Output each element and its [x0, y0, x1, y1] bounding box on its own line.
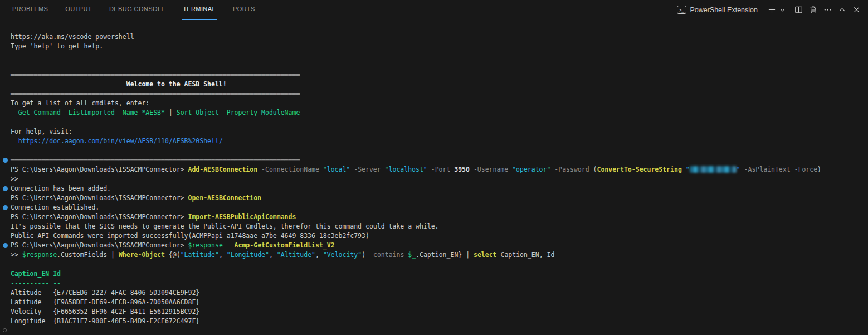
terminal-text: "Velocity" [323, 251, 362, 259]
more-actions-button[interactable] [821, 4, 833, 16]
terminal-line: Welcome to the AESB Shell! [11, 80, 868, 89]
close-panel-button[interactable] [850, 4, 862, 16]
terminal-text: Velocity {F6656352-BF96-4C2F-B411-E56129… [11, 308, 199, 315]
split-terminal-button[interactable] [792, 4, 804, 16]
terminal-line: To get a list of all cmdlets, enter: [11, 99, 868, 108]
terminal-line: Connection has been added. [11, 184, 868, 193]
command-decoration-icon[interactable] [3, 205, 8, 210]
chevron-up-icon [838, 6, 846, 13]
terminal-text: >> [11, 175, 18, 183]
terminal-text: ════════════════════════════════════════… [11, 156, 300, 164]
split-pane-icon [794, 6, 803, 14]
terminal-line [11, 260, 868, 269]
terminal-text: It's possible that the SICS needs to gen… [11, 222, 439, 230]
terminal-content[interactable]: https://aka.ms/vscode-powershellType 'he… [0, 20, 868, 335]
command-decoration-icon[interactable] [3, 243, 8, 248]
plus-icon [768, 6, 776, 14]
terminal-text: -ConnectionName [257, 166, 323, 173]
terminal-text: , [315, 251, 323, 259]
terminal-text: Public API Commands were imported succes… [11, 232, 369, 240]
terminal-line: For help, visit: [11, 127, 868, 137]
kill-terminal-button[interactable] [807, 4, 819, 16]
terminal-text: $response [22, 251, 57, 259]
terminal-link[interactable]: https://doc.aagon.com/bin/view/AESB/110/… [18, 137, 223, 145]
terminal-line: >> [11, 174, 868, 184]
terminal-text: , [269, 251, 277, 259]
terminal-text: -contains [369, 251, 404, 259]
command-decoration-icon[interactable] [3, 158, 8, 163]
terminal-text: , [219, 251, 227, 259]
terminal-line [11, 61, 868, 70]
tab-terminal[interactable]: TERMINAL [182, 0, 217, 20]
new-terminal-button[interactable] [765, 4, 778, 16]
terminal-text: ════════════════════════════════════════… [11, 71, 300, 79]
prompt-decoration-icon[interactable] [3, 328, 7, 332]
terminal-line: PS C:\Users\Aagon\Downloads\ISSACMPConne… [11, 241, 868, 250]
terminal-line: Connection established. [11, 203, 868, 212]
tab-ports[interactable]: PORTS [232, 0, 256, 20]
terminal-text: " [737, 166, 740, 173]
terminal-text: "Longitude" [227, 251, 269, 259]
terminal-text: "Altitude" [277, 251, 315, 259]
terminal-text: Latitude {F9A58DFF-DF69-4ECB-896A-7D050A… [11, 298, 199, 306]
terminal-line: https://aka.ms/vscode-powershell [11, 32, 868, 42]
terminal-text: "Latitude" [181, 251, 219, 259]
terminal-text: {@( [165, 251, 181, 259]
terminal-text: Open-AESBConnection [188, 194, 262, 202]
terminal-text: -Port [427, 166, 454, 173]
terminal-text: ConvertTo-SecureString [597, 166, 681, 173]
table-header-underline: ---------- -- [11, 279, 868, 288]
terminal-text: PS C:\Users\Aagon\Downloads\ISSACMPConne… [11, 241, 188, 249]
terminal-text: "operator" [512, 166, 550, 173]
terminal-text: ---------- -- [11, 279, 61, 287]
table-row: Velocity {F6656352-BF96-4C2F-B411-E56129… [11, 307, 868, 317]
terminal-line [11, 146, 868, 156]
terminal-text: -Server [350, 166, 384, 173]
terminal-line [11, 326, 868, 335]
terminal-text: To get a list of all cmdlets, enter: [11, 99, 149, 107]
terminal-text: Type 'help' to get help. [11, 42, 103, 50]
terminal-text [11, 137, 18, 145]
terminal-profile-selector[interactable]: >_ PowerShell Extension [677, 6, 758, 14]
tab-debug-console[interactable]: DEBUG CONSOLE [108, 0, 167, 20]
tab-problems[interactable]: PROBLEMS [11, 0, 49, 20]
terminal-line: Type 'help' to get help. [11, 42, 868, 51]
terminal-text: | [165, 109, 177, 116]
ellipsis-icon [823, 6, 832, 14]
terminal-text: "local" [323, 166, 350, 173]
terminal-line: Get-Command -ListImported -Name *AESB* |… [11, 108, 868, 118]
terminal-text: -AsPlainText -Force [740, 166, 817, 173]
terminal-text: Longitude {B1AC71F7-900E-40F5-B4D9-F2CE6… [11, 317, 199, 325]
password-redacted [690, 166, 737, 173]
maximize-panel-button[interactable] [836, 4, 848, 16]
terminal-text: $_ [408, 251, 416, 259]
terminal-text: "localhost" [385, 166, 427, 173]
terminal-text: Where-Object [119, 251, 165, 259]
terminal-line: >> $response.CustomFields | Where-Object… [11, 250, 868, 260]
terminal-text: Connection has been added. [11, 185, 111, 192]
powershell-terminal-icon: >_ [677, 6, 686, 14]
launch-profile-dropdown[interactable] [778, 4, 787, 16]
terminal-text: $response [188, 241, 223, 249]
terminal-text: .CustomFields | [57, 251, 119, 259]
table-row: Altitude {E77CEED6-3227-4FAC-8406-5D3094… [11, 288, 868, 298]
terminal-text: select [474, 251, 497, 259]
terminal-link[interactable]: https://aka.ms/vscode-powershell [11, 33, 134, 41]
table-header: Caption_EN Id [11, 269, 868, 279]
terminal-text: -Username [470, 166, 512, 173]
terminal-text: ) [362, 251, 369, 259]
terminal-text: PS C:\Users\Aagon\Downloads\ISSACMPConne… [11, 166, 188, 173]
terminal-text: -Password [550, 166, 593, 173]
terminal-text: = [223, 241, 235, 249]
chevron-down-icon [779, 7, 786, 13]
terminal-text: Connection established. [11, 203, 99, 211]
tab-output[interactable]: OUTPUT [64, 0, 93, 20]
terminal-text: Caption_EN Id [11, 270, 61, 278]
table-row: Latitude {F9A58DFF-DF69-4ECB-896A-7D050A… [11, 298, 868, 307]
table-row: Longitude {B1AC71F7-900E-40F5-B4D9-F2CE6… [11, 317, 868, 326]
terminal-text: " [682, 166, 690, 173]
terminal-text: PS C:\Users\Aagon\Downloads\ISSACMPConne… [11, 213, 188, 221]
terminal-line: PS C:\Users\Aagon\Downloads\ISSACMPConne… [11, 212, 868, 222]
command-decoration-icon[interactable] [3, 186, 8, 191]
terminal-text: >> [11, 251, 22, 259]
